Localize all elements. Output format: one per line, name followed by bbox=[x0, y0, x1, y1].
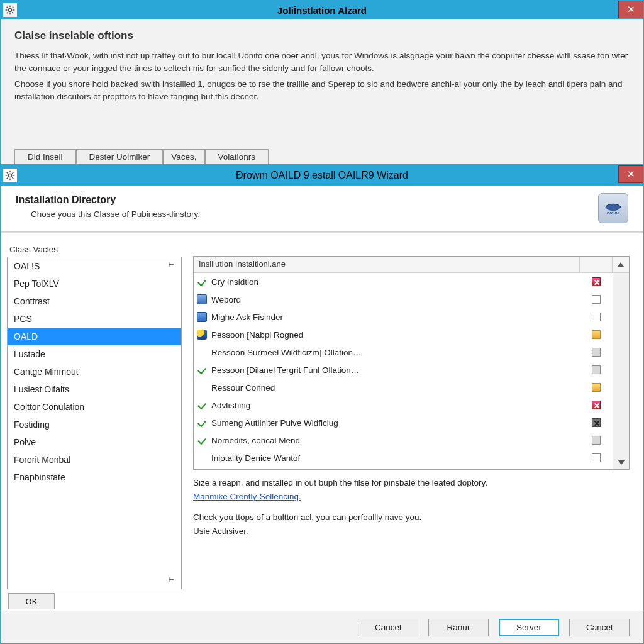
svg-point-0 bbox=[8, 8, 11, 11]
window1-paragraph-1: Thiess lif that·Wook, with inst not up t… bbox=[14, 50, 630, 74]
manage-link[interactable]: Manmike Crently-Sellencing. bbox=[193, 492, 301, 501]
tab-dester-uolmiker[interactable]: Dester Uolmiker bbox=[76, 149, 164, 164]
grid-row[interactable]: Pessoon [Nabpi Rogned bbox=[194, 326, 613, 343]
window1-close-button[interactable]: ✕ bbox=[618, 1, 643, 18]
grid-row-status[interactable] bbox=[580, 418, 613, 427]
grid-row-label: Ressoon Surmeel Wildficizm] Ollation… bbox=[210, 348, 580, 357]
header-divider bbox=[1, 231, 643, 233]
window2-main: Class Vacles ⊢ ⊢ OAL!SPep TolXLVConttras… bbox=[1, 245, 643, 611]
right-column: Insillution Instaltionl.ane Cry Insidtio… bbox=[182, 245, 643, 611]
sidebar-item[interactable]: Polve bbox=[8, 433, 181, 451]
grid-row-status[interactable] bbox=[580, 383, 613, 392]
sidebar-item[interactable]: Colttor Conulation bbox=[8, 398, 181, 416]
status-indicator-icon bbox=[592, 313, 601, 321]
grid-row[interactable]: Ressour Conned bbox=[194, 379, 613, 396]
sidebar-item[interactable]: PCS bbox=[8, 310, 181, 328]
svg-line-15 bbox=[12, 177, 13, 179]
svg-line-8 bbox=[12, 7, 13, 8]
gear-icon bbox=[5, 5, 15, 15]
sidebar-item[interactable]: Cantge Minmout bbox=[8, 363, 181, 380]
wizard-button-bar: Cancel Ranur Server Cancel bbox=[1, 611, 643, 643]
grid-row-status[interactable] bbox=[580, 313, 613, 321]
grid-row-label: Webord bbox=[210, 295, 580, 304]
sidebar-item[interactable]: OAL!S bbox=[8, 257, 181, 275]
grid-row[interactable]: Iniotallty Denice Wantof bbox=[194, 449, 613, 467]
grid-row[interactable]: Advlıshing bbox=[194, 396, 613, 414]
scroll-down-button[interactable] bbox=[614, 455, 629, 469]
grid-row-status[interactable] bbox=[580, 348, 613, 357]
status-indicator-icon bbox=[592, 436, 601, 445]
sidebar-item[interactable]: Conttrast bbox=[8, 292, 181, 310]
sidebar-item[interactable]: Luslest Oifalts bbox=[8, 380, 181, 398]
grid-row[interactable]: Webord bbox=[194, 291, 613, 308]
grid-row-status[interactable] bbox=[580, 295, 613, 304]
component-grid[interactable]: Insillution Instaltionl.ane Cry Insidtio… bbox=[193, 256, 630, 470]
product-logo: OULDS bbox=[598, 193, 628, 223]
chevron-up-icon bbox=[618, 262, 624, 267]
grid-body: Cry InsidtionWebordMighe Ask FisinderPes… bbox=[194, 273, 613, 469]
grid-row-label: Nomedits, concal Mend bbox=[210, 436, 580, 445]
window2-title: Đrowm OAILD 9 estall OAILR9 Wizard bbox=[236, 170, 408, 181]
svg-point-9 bbox=[8, 174, 11, 177]
grid-row-label: Advlıshing bbox=[210, 401, 580, 410]
ranur-button[interactable]: Ranur bbox=[428, 619, 489, 636]
window1-title: Joliİnstlation Alzard bbox=[277, 5, 367, 16]
tab-vaces[interactable]: Vaces, bbox=[163, 149, 204, 164]
sidebar-item[interactable]: Lustade bbox=[8, 345, 181, 363]
status-indicator-icon bbox=[592, 330, 601, 339]
grid-row-status[interactable] bbox=[580, 401, 613, 409]
grid-row-status[interactable] bbox=[580, 330, 613, 339]
status-indicator-icon bbox=[592, 401, 601, 409]
window2-titlebar[interactable]: Đrowm OAILD 9 estall OAILR9 Wizard ✕ bbox=[1, 165, 643, 186]
window2-system-icon bbox=[3, 169, 17, 182]
grid-header-name[interactable]: Insillution Instaltionl.ane bbox=[194, 257, 580, 272]
grid-row-status[interactable] bbox=[580, 277, 613, 286]
grid-scrollbar[interactable] bbox=[613, 273, 629, 469]
ok-button[interactable]: OK bbox=[8, 593, 55, 609]
window2-header: Installation Directory Chose yous this C… bbox=[1, 186, 643, 231]
scroll-up-button[interactable] bbox=[614, 273, 629, 287]
status-indicator-icon bbox=[592, 365, 601, 374]
grid-header-status[interactable] bbox=[580, 257, 613, 272]
cancel-button-1[interactable]: Cancel bbox=[358, 619, 418, 636]
tab-volationrs[interactable]: Volationrs bbox=[205, 149, 269, 164]
status-indicator-icon bbox=[592, 418, 601, 427]
grid-row[interactable]: Sumeng Autliniter Pulve Widficiug bbox=[194, 414, 613, 431]
checkmark-icon bbox=[194, 400, 210, 410]
window2-close-button[interactable]: ✕ bbox=[618, 165, 643, 183]
tab-did-insell[interactable]: Did Insell bbox=[14, 149, 76, 164]
sidebar-item[interactable]: Fororit Monbal bbox=[8, 451, 181, 469]
grid-row[interactable]: Cry Insidtion bbox=[194, 273, 613, 291]
svg-line-7 bbox=[7, 12, 8, 13]
sidebar-item[interactable]: Pep TolXLV bbox=[8, 275, 181, 292]
pin-icon: ⊢ bbox=[169, 261, 177, 270]
description-line-2: Check you ttops of a bultton acl, you ca… bbox=[193, 511, 630, 525]
server-button[interactable]: Server bbox=[499, 619, 559, 636]
status-indicator-icon bbox=[592, 453, 601, 462]
class-vacles-listbox[interactable]: ⊢ ⊢ OAL!SPep TolXLVConttrastPCSOALDLusta… bbox=[7, 257, 182, 589]
disc-logo-icon: OULDS bbox=[602, 200, 624, 216]
install-wizard-window: Đrowm OAILD 9 estall OAILR9 Wizard ✕ Ins… bbox=[0, 165, 644, 644]
close-icon: ✕ bbox=[627, 4, 635, 15]
sidebar-item[interactable]: Enapbinstate bbox=[8, 469, 181, 486]
grid-row-status[interactable] bbox=[580, 436, 613, 445]
status-indicator-icon bbox=[592, 277, 601, 286]
svg-line-14 bbox=[7, 172, 8, 174]
window1-titlebar[interactable]: Joliİnstlation Alzard ✕ bbox=[1, 1, 643, 19]
folder-icon bbox=[194, 312, 210, 322]
grid-row[interactable]: Ressoon Surmeel Wildficizm] Ollation… bbox=[194, 343, 613, 361]
grid-row-status[interactable] bbox=[580, 453, 613, 462]
status-indicator-icon bbox=[592, 348, 601, 357]
sidebar-item[interactable]: OALD bbox=[8, 328, 181, 345]
grid-row-label: Ressour Conned bbox=[210, 383, 580, 392]
grid-row[interactable]: Mighe Ask Fisinder bbox=[194, 308, 613, 326]
grid-row[interactable]: Pessoon [Dilanel Tergrit Funl Ollation… bbox=[194, 361, 613, 379]
resize-grip-icon: ⊢ bbox=[169, 576, 177, 585]
sidebar-item[interactable]: Fostiding bbox=[8, 416, 181, 433]
checkmark-icon bbox=[194, 418, 210, 428]
grid-row-label: Mighe Ask Fisinder bbox=[210, 313, 580, 322]
cancel-button-2[interactable]: Cancel bbox=[569, 619, 630, 636]
grid-row-status[interactable] bbox=[580, 365, 613, 374]
package-icon bbox=[194, 294, 210, 304]
grid-row[interactable]: Nomedits, concal Mend bbox=[194, 431, 613, 449]
